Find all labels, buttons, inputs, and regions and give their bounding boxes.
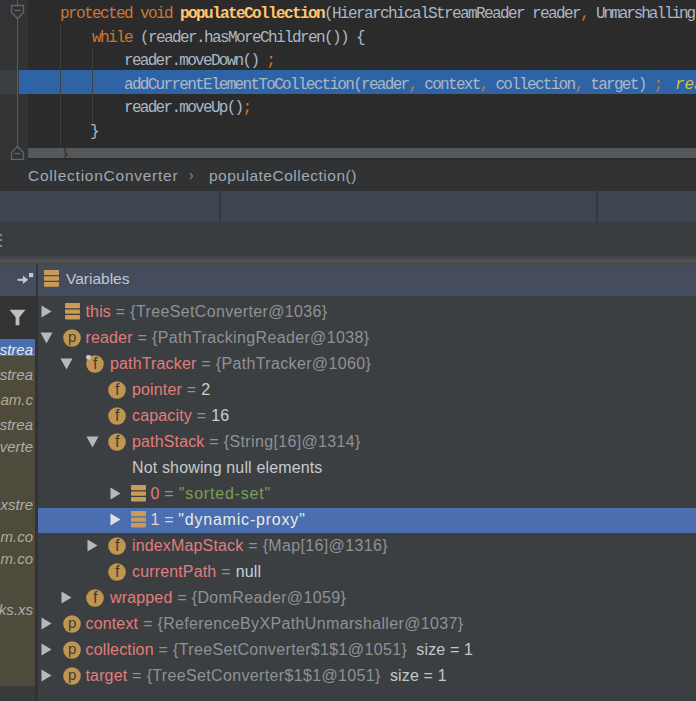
svg-text:p: p bbox=[68, 667, 76, 683]
svg-text:p: p bbox=[68, 329, 76, 345]
svg-text:f: f bbox=[115, 433, 120, 450]
svg-text:f: f bbox=[115, 407, 120, 424]
svg-text:f: f bbox=[115, 537, 120, 554]
svg-text:f: f bbox=[115, 381, 120, 398]
svg-text:f: f bbox=[93, 589, 98, 606]
svg-text:f: f bbox=[115, 563, 120, 580]
svg-text:p: p bbox=[68, 641, 76, 657]
svg-text:f: f bbox=[93, 355, 98, 372]
svg-text:p: p bbox=[68, 615, 76, 631]
